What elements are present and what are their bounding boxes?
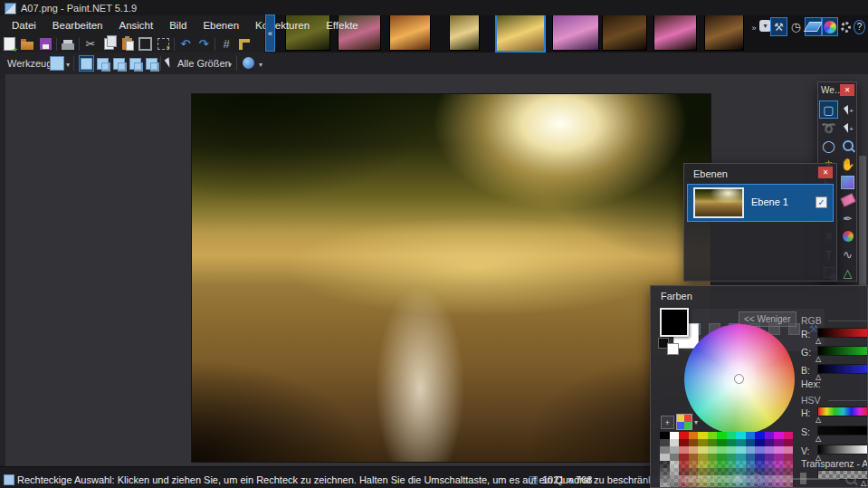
ruler-button[interactable]: [235, 36, 253, 52]
sat-slider[interactable]: [817, 426, 868, 435]
palette-swatch[interactable]: [765, 468, 775, 475]
alpha-slider-marker[interactable]: △: [861, 479, 866, 487]
palette-swatch[interactable]: [755, 446, 765, 454]
layers-toggle-button[interactable]: [805, 17, 822, 36]
undo-button[interactable]: ↶: [176, 36, 195, 52]
menu-item-korrekturen[interactable]: Korrekturen: [247, 17, 318, 33]
palette-swatch[interactable]: [736, 446, 746, 454]
palette-swatch[interactable]: [670, 454, 680, 461]
selection-mode-2-button[interactable]: [95, 55, 110, 72]
palette-swatch[interactable]: [784, 454, 794, 461]
palette-swatch[interactable]: [679, 432, 689, 439]
palette-swatch[interactable]: [746, 439, 756, 446]
print-button[interactable]: [59, 36, 77, 52]
menu-item-effekte[interactable]: Effekte: [318, 17, 367, 33]
blue-slider[interactable]: [817, 364, 868, 374]
tool-gradient[interactable]: [838, 173, 857, 191]
sat-slider-marker[interactable]: △: [816, 435, 821, 443]
palette-swatch[interactable]: [774, 483, 784, 488]
unit-dropdown-icon[interactable]: ▴: [697, 472, 701, 480]
palette-swatch[interactable]: [717, 439, 727, 446]
tools-toggle-button[interactable]: ⚒: [770, 17, 787, 36]
palette-swatch[interactable]: [670, 475, 680, 483]
save-button[interactable]: [36, 36, 54, 52]
add-palette-color-button[interactable]: +: [661, 416, 674, 429]
palette-swatch[interactable]: [708, 446, 718, 454]
palette-swatch[interactable]: [660, 454, 670, 461]
palette-swatch[interactable]: [679, 454, 689, 461]
palette-swatch[interactable]: [746, 461, 756, 468]
tool-move-selected-pixels[interactable]: [838, 100, 857, 119]
palette-swatch[interactable]: [774, 432, 784, 439]
palette-swatch[interactable]: [660, 439, 670, 446]
palette-swatch[interactable]: [774, 454, 784, 461]
menu-item-ansicht[interactable]: Ansicht: [110, 17, 161, 33]
palette-swatch[interactable]: [717, 461, 727, 468]
tool-line-curve[interactable]: ∿: [838, 245, 857, 263]
palette-swatch[interactable]: [698, 454, 708, 461]
hue-slider[interactable]: [817, 407, 868, 416]
reset-white-swatch[interactable]: [667, 343, 679, 355]
red-slider[interactable]: [817, 328, 868, 338]
tools-panel-close-icon[interactable]: ✕: [840, 84, 854, 96]
palette-swatch[interactable]: [698, 439, 708, 446]
palette-swatch[interactable]: [689, 454, 699, 461]
palette-swatch[interactable]: [765, 454, 775, 461]
palette-swatch[interactable]: [660, 475, 670, 483]
palette-swatch[interactable]: [689, 439, 699, 446]
open-button[interactable]: [18, 36, 36, 52]
palette-swatch[interactable]: [698, 432, 708, 439]
palette-swatch[interactable]: [774, 461, 784, 468]
palette-swatch[interactable]: [679, 461, 689, 468]
image-thumbnail-5[interactable]: [495, 9, 546, 53]
val-slider[interactable]: [817, 445, 868, 455]
tool-color-picker[interactable]: ✒: [838, 209, 857, 227]
history-toggle-button[interactable]: ◷: [789, 17, 803, 36]
palette-swatch[interactable]: [708, 439, 718, 446]
colors-toggle-button[interactable]: [822, 17, 838, 36]
redo-button[interactable]: ↷: [195, 36, 213, 52]
sampling-size-value[interactable]: Alle Größen: [177, 58, 231, 69]
cut-button[interactable]: ✂: [81, 36, 100, 52]
palette-swatch[interactable]: [746, 454, 756, 461]
deselect-button[interactable]: [154, 36, 172, 52]
image-thumbnail-8[interactable]: [653, 11, 697, 51]
palette-swatch[interactable]: [708, 454, 718, 461]
palette-swatch[interactable]: [765, 483, 775, 488]
palette-swatch[interactable]: [784, 432, 794, 439]
tool-lasso-select[interactable]: ➰: [819, 119, 838, 137]
paste-button[interactable]: [118, 36, 136, 52]
help-toggle-button[interactable]: ?: [853, 17, 866, 36]
zoom-in-icon[interactable]: [845, 474, 856, 484]
zoom-slider-handle[interactable]: [800, 473, 806, 484]
palette-swatch[interactable]: [746, 432, 756, 439]
palette-swatch[interactable]: [670, 483, 680, 488]
palette-swatch[interactable]: [717, 446, 727, 454]
palette-swatch[interactable]: [736, 454, 746, 461]
fit-window-icon[interactable]: ▣: [732, 472, 742, 484]
palette-swatch[interactable]: [755, 439, 765, 446]
palette-swatch[interactable]: [698, 446, 708, 454]
palette-swatch[interactable]: [755, 454, 765, 461]
tool-eraser[interactable]: [838, 191, 857, 209]
crop-button[interactable]: [136, 36, 154, 52]
tool-pan[interactable]: ✋: [838, 155, 857, 173]
palette-swatch[interactable]: [670, 432, 680, 439]
menu-item-ebenen[interactable]: Ebenen: [195, 17, 247, 33]
palette-swatch[interactable]: [670, 439, 680, 446]
antialias-dropdown-icon[interactable]: ▾: [259, 61, 262, 69]
red-slider-marker[interactable]: △: [816, 337, 821, 345]
palette-menu-button[interactable]: [676, 414, 692, 430]
copy-button[interactable]: [100, 36, 118, 52]
settings-toggle-button[interactable]: [840, 17, 852, 36]
image-thumbnail-9[interactable]: [704, 11, 744, 51]
selection-mode-4-button[interactable]: [128, 55, 143, 72]
palette-swatch[interactable]: [746, 446, 756, 454]
primary-color-swatch[interactable]: [660, 308, 689, 337]
sampling-dropdown-icon[interactable]: ▾: [228, 61, 232, 69]
palette-swatch[interactable]: [679, 439, 689, 446]
palette-swatch[interactable]: [679, 446, 689, 454]
palette-swatch[interactable]: [727, 454, 737, 461]
palette-swatch[interactable]: [660, 483, 670, 488]
palette-swatch[interactable]: [765, 446, 775, 454]
